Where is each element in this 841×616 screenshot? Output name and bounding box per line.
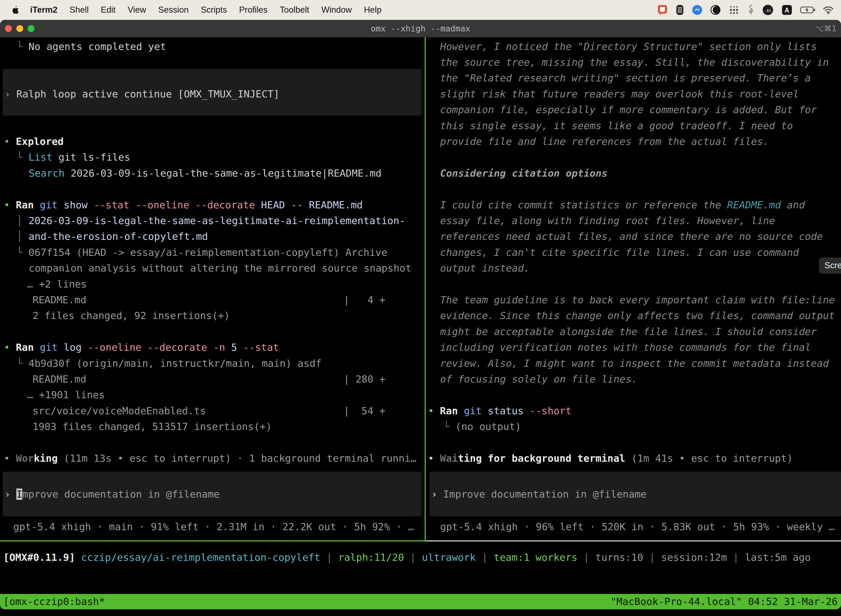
terminal-line: • Ran git log --oneline --decorate -n 5 … — [4, 339, 279, 355]
terminal-line: │ 2026-03-09-is-legal-the-same-as-legiti… — [16, 213, 405, 229]
terminal-text: │ — [16, 231, 28, 242]
terminal-text: • — [4, 342, 16, 353]
terminal-text: references need actual files, and since … — [440, 231, 823, 242]
terminal-text: last:5m ago — [745, 552, 811, 563]
terminal-text: … +1901 lines — [27, 389, 105, 400]
terminal-text: Considering citation options — [440, 167, 608, 179]
menu-item-iterm2[interactable]: iTerm2 — [30, 5, 57, 15]
thinking-heading: Considering citation options — [440, 165, 608, 181]
terminal-text: Improve documentation in @filename — [443, 488, 646, 500]
menu-item-scripts[interactable]: Scripts — [201, 5, 227, 15]
menu-item-profiles[interactable]: Profiles — [239, 5, 267, 15]
terminal-line: slight risk that future readers may over… — [440, 86, 799, 102]
terminal-text: of focusing solely on file lines. — [440, 373, 637, 385]
terminal-text: the "Related research writing" section i… — [440, 72, 811, 84]
terminal-line: of focusing solely on file lines. — [440, 371, 637, 387]
terminal-text: README.md | 4 + — [32, 294, 385, 305]
pane-divider[interactable] — [425, 37, 426, 540]
terminal-text: 4b9d30f (origin/main, instructkr/main, m… — [28, 358, 321, 369]
menu-item-toolbelt[interactable]: Toolbelt — [280, 5, 309, 15]
terminal-text: cczip/essay/ai-reimplementation-copyleft — [81, 552, 320, 563]
terminal-text: --stat --oneline --decorate — [94, 199, 255, 211]
terminal-text: | — [404, 552, 422, 563]
terminal-text: Ran — [440, 405, 458, 417]
tmux-session-label[interactable]: [omx-cczip0:bash* — [3, 594, 105, 609]
terminal-text: -- — [291, 199, 303, 211]
terminal-text: evidence. Since this change only affects… — [440, 310, 835, 321]
left-pane-border — [0, 540, 426, 541]
terminal-text: ralph:11/20 — [338, 552, 404, 563]
wifi-icon[interactable] — [823, 6, 834, 14]
terminal-text: • — [428, 453, 440, 464]
close-button[interactable] — [5, 25, 12, 32]
apple-menu-icon[interactable] — [12, 6, 19, 14]
macos-menu-bar: iTerm2ShellEditViewSessionScriptsProfile… — [0, 0, 841, 20]
terminal-text — [34, 342, 40, 353]
menu-item-session[interactable]: Session — [158, 5, 189, 15]
left-prompt-line: › Improve documentation in @filename — [4, 486, 220, 502]
terminal-text: ting for background terminal — [458, 453, 625, 464]
terminal-text: README.md — [303, 199, 363, 211]
terminal-text: └ — [16, 41, 28, 52]
dots-grid-icon[interactable] — [728, 4, 740, 15]
working-status-line: • Working (11m 13s • esc to interrupt) ·… — [4, 450, 417, 466]
tooltip-label: Scre — [825, 261, 841, 270]
terminal-line: essay file, along with finding root file… — [440, 213, 775, 229]
terminal-line: However, I noticed the "Directory Struct… — [440, 39, 817, 54]
terminal-text: log — [58, 342, 88, 353]
terminal-text: Ran — [16, 199, 34, 211]
terminal-line: evidence. Since this change only affects… — [440, 308, 835, 323]
terminal-text: might be acceptable alongside the file l… — [440, 326, 817, 337]
squiggle-icon[interactable] — [747, 4, 755, 16]
terminal-text: I could cite commit statistics or refere… — [440, 199, 727, 211]
terminal-text: git — [40, 342, 58, 353]
terminal-text: --oneline --decorate -n — [88, 342, 225, 353]
a-app-icon[interactable]: A — [781, 4, 793, 15]
terminal-text: • — [4, 136, 16, 147]
window-title-bar[interactable]: omx --xhigh --madmax ⌥⌘1 — [0, 20, 841, 37]
terminal-text: status — [482, 405, 529, 417]
terminal-text: … +2 lines — [27, 279, 87, 290]
menu-item-help[interactable]: Help — [364, 5, 382, 15]
terminal-text: this single essay, it seems like a good … — [440, 120, 793, 131]
terminal-text: show — [58, 199, 94, 211]
terminal-line: README.md | 280 + — [32, 371, 385, 387]
terminal-text: git — [40, 199, 58, 211]
terminal-text: No agents completed yet — [28, 41, 166, 52]
terminal-text: | — [320, 552, 338, 563]
crescent-app-icon[interactable] — [710, 5, 721, 15]
chat-app-icon[interactable] — [657, 4, 668, 15]
terminal-text: gpt-5.4 xhigh · main · 91% left · 2.31M … — [13, 521, 414, 532]
right-prompt-line: › Improve documentation in @filename — [431, 486, 646, 502]
menu-item-shell[interactable]: Shell — [70, 5, 89, 15]
terminal-text: (no output) — [455, 421, 521, 432]
terminal-text: src/voice/voiceModeEnabled.ts | 54 + — [32, 405, 385, 417]
terminal-text: changes, I can't cite specific file line… — [440, 247, 799, 258]
menu-item-edit[interactable]: Edit — [101, 5, 115, 15]
terminal-line: Search 2026-03-09-is-legal-the-same-as-l… — [29, 165, 382, 181]
terminal-text: └ — [16, 247, 28, 258]
terminal-text: git ls-files — [53, 151, 130, 163]
terminal-text: › — [4, 488, 16, 500]
badge-icon[interactable]: ..61 — [762, 4, 774, 16]
terminal-text: | — [727, 552, 745, 563]
terminal-line: 1903 files changed, 513517 insertions(+) — [32, 419, 272, 434]
messenger-icon[interactable] — [692, 5, 702, 15]
terminal-text: review. Also, I might want to inspect th… — [440, 358, 829, 369]
terminal-text: 5 — [225, 342, 243, 353]
terminal-text: └ — [16, 151, 28, 163]
terminal-text: Ran — [16, 342, 34, 353]
zoom-button[interactable] — [28, 25, 35, 32]
terminal-text: › — [4, 88, 16, 100]
battery-icon[interactable] — [800, 6, 815, 14]
terminal-text: --short — [530, 405, 572, 417]
terminal-text: companion file, especially if more comme… — [440, 104, 817, 115]
terminal-line: review. Also, I might want to inspect th… — [440, 355, 829, 371]
minimize-button[interactable] — [16, 25, 23, 32]
tmux-host-clock: "MacBook-Pro-44.local" 04:52 31-Mar-26 — [610, 594, 838, 609]
terminal-text: git — [464, 405, 482, 417]
menu-item-window[interactable]: Window — [321, 5, 352, 15]
keypad-icon[interactable] — [675, 4, 684, 16]
terminal-line: the source tree, missing the essay. Stil… — [440, 54, 829, 70]
menu-item-view[interactable]: View — [128, 5, 146, 15]
